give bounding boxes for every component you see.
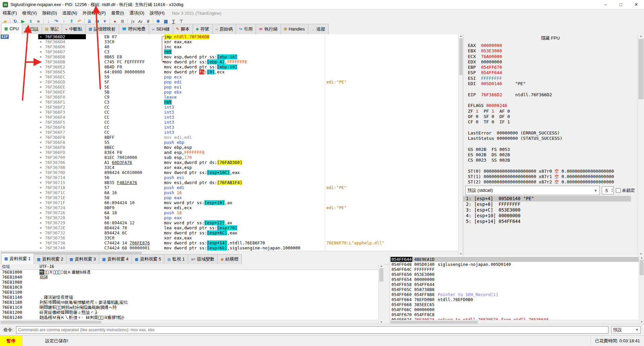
register-line[interactable]: ESI FFFFFFFF [468,76,636,81]
stack-row[interactable]: 054FF650053E3000 [390,272,639,277]
disasm-row[interactable]: ●76F3672858pop eax [0,215,458,220]
bottom-tab-資料視窗 5[interactable]: ▦資料視窗 5 [131,254,164,264]
menu-除錯(D)[interactable]: 除錯(D) [40,9,60,17]
breakpoint-dot[interactable]: ● [40,95,42,100]
argument-row[interactable]: 4: [esp+10] 00000000 [463,213,631,219]
breakpoint-dot[interactable]: ● [40,140,42,145]
disasm-row[interactable]: ●76F366F1C3ret [0,100,458,105]
stack-row[interactable]: 054FF670054FF8C8 [390,312,639,317]
register-line[interactable]: ES 002B DS 002B [468,152,636,158]
breakpoint-dot[interactable]: ● [40,240,42,245]
argument-row[interactable]: 1: [esp+4] 005D0140 "PE" [463,196,631,201]
bottom-tab-資料視窗 2[interactable]: ▦資料視窗 2 [34,254,66,264]
disasm-row[interactable]: ●76F366E28B4D F0mov ecx,dword ptr ss:[eb… [0,64,458,69]
stack-row[interactable]: 054FF66C00000000 [390,307,639,312]
breakpoint-dot[interactable]: ● [40,190,42,195]
disasm-row[interactable]: ●76F366F6CCint3 [0,125,458,130]
disasm-row[interactable]: ●76F366F88BFFmov edi,edi [0,135,458,140]
scrollbar-thumb[interactable] [391,321,478,324]
bottom-tab-監視 1[interactable]: ◎監視 1 [164,254,188,264]
breakpoint-dot[interactable]: ● [40,215,42,220]
register-line[interactable] [468,98,636,103]
argument-count-stepper[interactable]: 5 ▲▼ [602,186,614,194]
disasm-row[interactable]: ●76F36732894424 6Cmov dword ptr ss:[esp+… [0,230,458,235]
dump-hscrollbar[interactable] [0,320,378,324]
breakpoint-dot[interactable]: ● [40,170,42,175]
scrollbar-thumb[interactable] [640,260,644,275]
tab-符號[interactable]: ◆符號 [193,24,212,34]
tab-SEH鏈[interactable]: ∞SEH鏈 [149,24,173,34]
register-line[interactable]: CF 0 TF 0 IF 1 [468,119,636,125]
disasm-row[interactable]: ●76F366D2EB 07jmp ntdll.76F366DB [0,34,458,39]
stack-row[interactable]: 054FF65400000000 [390,277,639,282]
dump-vscrollbar[interactable]: ▲ ▼ [378,264,384,324]
disasm-row[interactable]: ●76F3672E8D4424 70lea eax,dword ptr ss:[… [0,225,458,230]
register-line[interactable]: EIP 76F366D2 ntdll.76F366D2 [468,92,636,98]
dump-row[interactable]: 76E81180列䝋㙮䷅楬᭩㛨亀㖢憎䚦栬戺᱈㣎瀢䐦戦亂㕋忶 [0,300,378,305]
disasm-row[interactable]: ●76F366D88B65 E8mov esp,dword ptr ss:[eb… [0,54,458,59]
disasm-row[interactable]: ●76F366F3CCint3 [0,110,458,115]
disasm-row[interactable]: ●76F366F4CCint3 [0,115,458,120]
register-line[interactable] [468,141,636,147]
breakpoint-dot[interactable]: ● [40,175,42,180]
register-line[interactable]: EDX 00000000 [468,59,636,65]
disasm-row[interactable]: ●76F3673633C0xor eax,eax [0,235,458,240]
checkbox-icon[interactable] [616,188,621,193]
scroll-down-arrow[interactable]: ▼ [379,321,384,324]
disasm-row[interactable]: ●76F367266A 18push 18 [0,210,458,215]
command-profile-select[interactable]: 預設 ▼ [611,326,641,334]
breakpoint-dot[interactable]: ● [40,205,42,210]
stack-row[interactable]: 054FF64CFFFFFFFF [390,267,639,272]
disasm-row[interactable]: ●76F366DBC745 FC FEFFFFFFmov dword ptr s… [0,59,458,64]
breakpoint-dot[interactable]: ● [40,120,42,125]
breakpoint-dot[interactable]: ● [40,185,42,190]
disasm-row[interactable]: ●76F366ED5Fpop ediedi:"PE" [0,79,458,84]
tab-日誌[interactable]: ≣日誌 [22,24,42,34]
scrollbar-thumb[interactable] [1,321,101,324]
register-line[interactable]: EDI 005D0140 "PE" [468,81,636,86]
register-line[interactable]: EFLAGS 00000246 [468,103,636,108]
breakpoint-dot[interactable]: ● [40,54,42,59]
maximize-button[interactable]: □ [613,0,629,9]
disasm-row[interactable]: ●76F3671C6A 16push 16 [0,190,458,195]
command-input[interactable] [16,326,608,334]
close-button[interactable]: ✕ [629,0,644,9]
breakpoint-dot[interactable]: ● [40,245,42,250]
bottom-tab-結構體[interactable]: ◈結構體 [217,254,241,264]
breakpoint-dot[interactable]: ● [40,145,42,150]
disasm-row[interactable]: ●76F36740C74424 68 00000001mov dword ptr… [0,245,458,250]
unlocked-checkbox-wrap[interactable]: 未鎖定 [616,187,635,193]
tab-追蹤[interactable]: →追蹤 [308,24,329,34]
breakpoint-dot[interactable]: ● [40,34,42,39]
disasm-row[interactable]: ●76F3671456push esi [0,175,458,180]
disasm-row[interactable]: ●76F366D7C3ret [0,49,458,54]
bottom-tab-資料視窗 1[interactable]: ▦資料視窗 1 [1,253,34,264]
scrollbar-thumb[interactable] [379,268,383,282]
menu-說明(H)[interactable]: 說明(H) [147,9,167,17]
register-line[interactable]: EBX 053E3000 [468,48,636,54]
scroll-down-arrow[interactable]: ▼ [638,252,644,255]
breakpoint-dot[interactable]: ● [40,155,42,160]
dump-row[interactable]: 76E81040寫諸 [0,275,378,280]
menu-最愛(I)[interactable]: 最愛(I) [108,9,126,17]
disasm-row[interactable]: ●76F366F7CCint3 [0,130,458,135]
disasm-row[interactable]: ●76F3670081EC 70010000sub esp,170 [0,155,458,160]
disasm-row[interactable]: ●76F366FB8BECmov ebp,esp [0,145,458,150]
scroll-up-arrow[interactable]: ▲ [379,265,384,268]
breakpoint-dot[interactable]: ● [40,110,42,115]
breakpoint-dot[interactable]: ● [40,100,42,105]
tab-記憶體映射[interactable]: ▥記憶體映射 [85,24,119,34]
stack-vscrollbar[interactable]: ▲ ▼ [639,256,644,324]
register-line[interactable]: CS 0023 SS 002B [468,158,636,163]
tab-腳本[interactable]: ✎腳本 [173,24,193,34]
dump-row[interactable]: 76E811C0唎䷇㜩䝋㘲᷊䗁戩ʉ劸┼僃䐉䶯楬㛠䐵爡ㇸ䝰 [0,305,378,310]
register-line[interactable] [468,163,636,169]
breakpoint-dot[interactable]: ● [40,225,42,230]
breakpoint-dot[interactable]: ● [40,130,42,135]
breakpoint-dot[interactable]: ● [40,74,42,79]
disasm-row[interactable]: ●76F366F5CCint3 [0,120,458,125]
register-line[interactable]: EBP 054FF670 [468,65,636,70]
stack-row[interactable]: 054FF6444BE9EA1D [390,257,639,262]
tab-CPU[interactable]: ▦CPU [1,23,22,34]
breakpoint-dot[interactable]: ● [40,135,42,140]
